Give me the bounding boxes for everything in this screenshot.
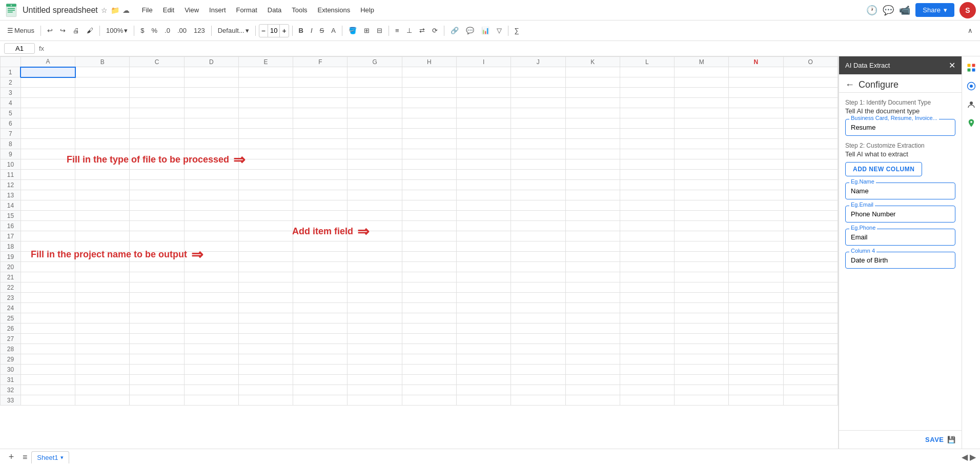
cell-M30[interactable] xyxy=(675,365,729,375)
cell-M20[interactable] xyxy=(675,262,729,272)
cell-L7[interactable] xyxy=(620,129,674,139)
cell-F19[interactable] xyxy=(293,252,348,262)
cell-N26[interactable] xyxy=(729,324,783,334)
cell-N27[interactable] xyxy=(729,334,783,344)
cell-E3[interactable] xyxy=(238,88,293,98)
cell-I9[interactable] xyxy=(456,149,511,159)
cell-J25[interactable] xyxy=(511,313,565,324)
cell-H31[interactable] xyxy=(402,375,456,385)
cell-A14[interactable] xyxy=(21,200,75,211)
cell-H24[interactable] xyxy=(402,303,456,313)
cell-N14[interactable] xyxy=(729,200,783,211)
cell-K33[interactable] xyxy=(565,395,620,406)
cell-I26[interactable] xyxy=(456,324,511,334)
decrease-font-size-button[interactable]: − xyxy=(259,27,268,35)
cell-E1[interactable] xyxy=(238,67,293,77)
cell-G25[interactable] xyxy=(348,313,402,324)
cell-M17[interactable] xyxy=(675,231,729,241)
cell-E11[interactable] xyxy=(238,170,293,180)
cell-C31[interactable] xyxy=(130,375,184,385)
cell-M28[interactable] xyxy=(675,344,729,354)
cell-D21[interactable] xyxy=(184,272,238,282)
cell-K14[interactable] xyxy=(565,200,620,211)
cell-J10[interactable] xyxy=(511,159,565,170)
right-icon-maps[interactable] xyxy=(964,116,978,130)
cell-F4[interactable] xyxy=(293,98,348,108)
menu-help[interactable]: Help xyxy=(356,4,378,16)
cell-N24[interactable] xyxy=(729,303,783,313)
cell-G24[interactable] xyxy=(348,303,402,313)
cell-K7[interactable] xyxy=(565,129,620,139)
right-icon-people[interactable] xyxy=(964,97,978,112)
cell-C17[interactable] xyxy=(130,231,184,241)
cell-K29[interactable] xyxy=(565,354,620,365)
cell-D7[interactable] xyxy=(184,129,238,139)
cell-A21[interactable] xyxy=(21,272,75,282)
cell-L14[interactable] xyxy=(620,200,674,211)
cell-N9[interactable] xyxy=(729,149,783,159)
insert-comment-button[interactable]: 💬 xyxy=(463,25,477,36)
redo-button[interactable]: ↪ xyxy=(57,25,69,36)
cell-E28[interactable] xyxy=(238,344,293,354)
cell-J13[interactable] xyxy=(511,190,565,200)
cell-O27[interactable] xyxy=(783,334,838,344)
cell-M32[interactable] xyxy=(675,385,729,395)
cell-F18[interactable] xyxy=(293,241,348,252)
cell-O26[interactable] xyxy=(783,324,838,334)
cell-C23[interactable] xyxy=(130,293,184,303)
cell-I11[interactable] xyxy=(456,170,511,180)
cell-L18[interactable] xyxy=(620,241,674,252)
cell-N17[interactable] xyxy=(729,231,783,241)
cell-A30[interactable] xyxy=(21,365,75,375)
currency-button[interactable]: $ xyxy=(137,25,147,36)
cell-B15[interactable] xyxy=(75,211,130,221)
cell-K27[interactable] xyxy=(565,334,620,344)
cell-J17[interactable] xyxy=(511,231,565,241)
cell-E19[interactable] xyxy=(238,252,293,262)
cell-H29[interactable] xyxy=(402,354,456,365)
cell-H33[interactable] xyxy=(402,395,456,406)
cell-N31[interactable] xyxy=(729,375,783,385)
cell-M3[interactable] xyxy=(675,88,729,98)
cell-A15[interactable] xyxy=(21,211,75,221)
paint-format-button[interactable]: 🖌 xyxy=(84,25,96,36)
cell-O16[interactable] xyxy=(783,221,838,231)
cell-B16[interactable] xyxy=(75,221,130,231)
cell-F8[interactable] xyxy=(293,139,348,149)
cell-L17[interactable] xyxy=(620,231,674,241)
cell-D5[interactable] xyxy=(184,108,238,118)
cell-B13[interactable] xyxy=(75,190,130,200)
cell-N22[interactable] xyxy=(729,282,783,293)
cell-M1[interactable] xyxy=(675,67,729,77)
cell-O20[interactable] xyxy=(783,262,838,272)
cell-B21[interactable] xyxy=(75,272,130,282)
cell-N12[interactable] xyxy=(729,180,783,190)
comment-icon[interactable]: 💬 xyxy=(883,5,894,16)
cell-K16[interactable] xyxy=(565,221,620,231)
cell-M23[interactable] xyxy=(675,293,729,303)
cell-F27[interactable] xyxy=(293,334,348,344)
more-formats-button[interactable]: 123 xyxy=(191,25,208,36)
cell-D10[interactable] xyxy=(184,159,238,170)
cell-L27[interactable] xyxy=(620,334,674,344)
cell-I33[interactable] xyxy=(456,395,511,406)
cell-C30[interactable] xyxy=(130,365,184,375)
cell-D16[interactable] xyxy=(184,221,238,231)
cell-B8[interactable] xyxy=(75,139,130,149)
cell-N21[interactable] xyxy=(729,272,783,282)
cell-H8[interactable] xyxy=(402,139,456,149)
cell-M25[interactable] xyxy=(675,313,729,324)
cell-L25[interactable] xyxy=(620,313,674,324)
cell-F10[interactable] xyxy=(293,159,348,170)
cell-M12[interactable] xyxy=(675,180,729,190)
cell-L13[interactable] xyxy=(620,190,674,200)
cell-G5[interactable] xyxy=(348,108,402,118)
cell-B19[interactable] xyxy=(75,252,130,262)
cell-G20[interactable] xyxy=(348,262,402,272)
cell-D8[interactable] xyxy=(184,139,238,149)
col-header-M[interactable]: M xyxy=(675,57,729,67)
cell-L4[interactable] xyxy=(620,98,674,108)
cell-A19[interactable] xyxy=(21,252,75,262)
cell-F13[interactable] xyxy=(293,190,348,200)
cell-D27[interactable] xyxy=(184,334,238,344)
